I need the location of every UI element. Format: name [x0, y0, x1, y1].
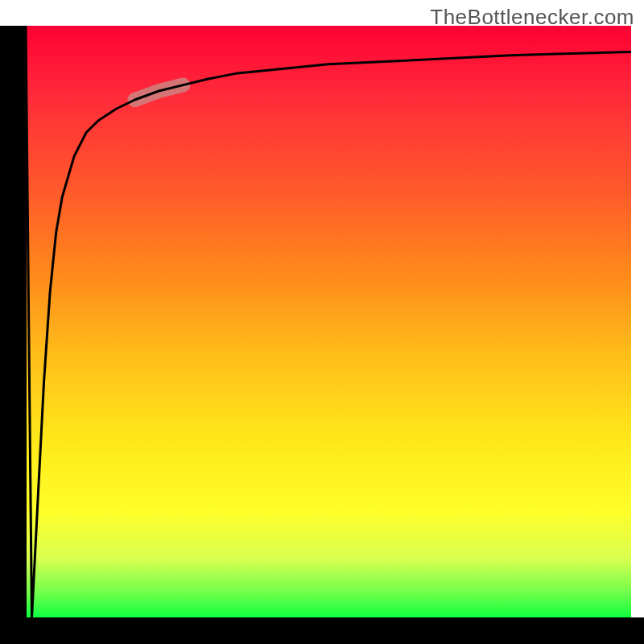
chart-container: TheBottlenecker.com	[0, 0, 644, 644]
y-axis-bar	[0, 26, 27, 618]
plot-area	[26, 26, 631, 618]
curve-svg	[26, 26, 631, 618]
x-axis-bar	[0, 617, 644, 644]
bottleneck-curve	[26, 26, 631, 618]
watermark-label: TheBottlenecker.com	[430, 5, 634, 30]
